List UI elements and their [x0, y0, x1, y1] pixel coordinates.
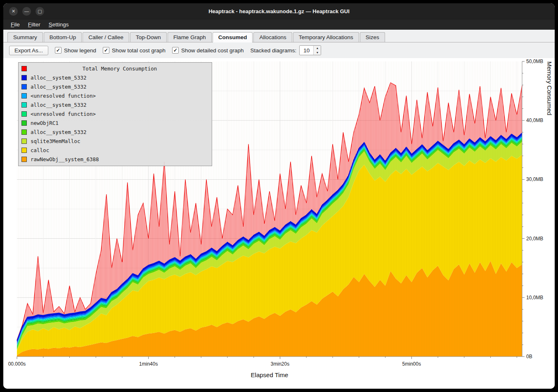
svg-text:10,0MB: 10,0MB: [526, 295, 543, 300]
legend-entry: alloc__system_5332: [21, 127, 209, 136]
legend-entry: sqlite3MemMalloc: [21, 136, 209, 146]
legend-label: rawNewObj__system_6388: [31, 156, 99, 162]
stacked-diagrams-label: Stacked diagrams:: [251, 47, 297, 54]
legend-swatch: [21, 66, 27, 71]
x-axis-title: Elapsed Time: [17, 371, 522, 378]
minimize-button[interactable]: —: [22, 7, 31, 16]
maximize-icon: ▢: [38, 9, 42, 14]
tab-consumed[interactable]: Consumed: [213, 32, 253, 42]
svg-text:30,0MB: 30,0MB: [526, 176, 543, 182]
tab-top-down[interactable]: Top-Down: [130, 32, 167, 42]
legend-label: newObjRC1: [31, 120, 59, 126]
tab-bottom-up[interactable]: Bottom-Up: [44, 32, 82, 42]
menu-settings[interactable]: Settings: [45, 20, 73, 29]
legend-swatch: [21, 129, 27, 135]
legend-label: sqlite3MemMalloc: [31, 138, 80, 144]
maximize-button[interactable]: ▢: [35, 7, 44, 16]
legend-label: alloc__system_5332: [31, 129, 86, 135]
chart-legend: Total Memory Consumption alloc__system_5…: [18, 62, 212, 166]
svg-text:20,0MB: 20,0MB: [526, 236, 543, 242]
legend-entry: <unresolved function>: [21, 109, 209, 118]
spin-down-button[interactable]: ▼: [314, 50, 321, 55]
show-total-cost-graph-checkbox[interactable]: Show total cost graph: [103, 47, 166, 54]
legend-entry: newObjRC1: [21, 118, 209, 127]
close-button[interactable]: ✕: [9, 7, 18, 16]
close-icon: ✕: [12, 9, 15, 14]
legend-entry: calloc: [21, 146, 209, 155]
menubar: File Filter Settings: [3, 19, 555, 30]
legend-label: calloc: [31, 147, 49, 153]
spin-up-button[interactable]: ▲: [314, 46, 321, 50]
legend-entry: alloc__system_5332: [21, 73, 209, 82]
tab-caller-callee[interactable]: Caller / Callee: [83, 32, 129, 42]
legend-swatch: [21, 75, 27, 80]
legend-entry: rawNewObj__system_6388: [21, 155, 209, 164]
memory-chart-area: 0B10,0MB20,0MB30,0MB40,0MB50,0MB00.000s1…: [3, 58, 555, 389]
tab-summary[interactable]: Summary: [7, 32, 43, 42]
legend-swatch: [21, 148, 27, 153]
legend-entry: alloc__system_5332: [21, 82, 209, 91]
svg-text:0B: 0B: [526, 354, 532, 359]
window-title: Heaptrack - heaptrack.wakunode.1.gz — He…: [208, 8, 350, 14]
legend-label: alloc__system_5332: [31, 84, 86, 90]
legend-label: <unresolved function>: [31, 93, 96, 99]
titlebar: ✕ — ▢ Heaptrack - heaptrack.wakunode.1.g…: [3, 3, 555, 19]
legend-label: <unresolved function>: [31, 111, 96, 117]
legend-label: alloc__system_5332: [31, 75, 86, 81]
y-axis-title: Memory Consumed: [546, 61, 553, 357]
menu-file[interactable]: File: [7, 20, 24, 29]
legend-entry: <unresolved function>: [21, 91, 209, 100]
checkbox-icon: [172, 47, 179, 54]
legend-swatch: [21, 138, 27, 144]
checkbox-label: Show legend: [64, 47, 96, 54]
legend-swatch: [21, 93, 27, 99]
legend-label: alloc__system_5332: [31, 102, 86, 108]
export-as-button[interactable]: Export As...: [9, 46, 48, 55]
legend-title-row: Total Memory Consumption: [21, 64, 209, 73]
legend-swatch: [21, 84, 27, 89]
legend-swatch: [21, 120, 27, 126]
legend-swatch: [21, 157, 27, 162]
legend-swatch: [21, 111, 27, 117]
tab-temporary-allocations[interactable]: Temporary Allocations: [293, 32, 359, 42]
svg-text:40,0MB: 40,0MB: [526, 117, 543, 123]
app-window: ✕ — ▢ Heaptrack - heaptrack.wakunode.1.g…: [3, 3, 555, 389]
checkbox-label: Show total cost graph: [112, 47, 166, 54]
svg-text:1min40s: 1min40s: [139, 361, 158, 367]
tab-bar: Summary Bottom-Up Caller / Callee Top-Do…: [3, 30, 555, 42]
svg-text:00.000s: 00.000s: [8, 361, 26, 367]
stacked-diagrams-spinner[interactable]: 10 ▲ ▼: [299, 45, 321, 55]
checkbox-label: Show detailed cost graph: [181, 47, 244, 54]
legend-swatch: [21, 102, 27, 108]
svg-text:5min00s: 5min00s: [402, 361, 421, 367]
stacked-diagrams-value: 10: [300, 46, 313, 55]
minimize-icon: —: [24, 9, 29, 14]
legend-title: Total Memory Consumption: [31, 66, 209, 72]
menu-filter[interactable]: Filter: [24, 20, 45, 29]
svg-text:3min20s: 3min20s: [271, 361, 289, 367]
tab-allocations[interactable]: Allocations: [253, 32, 292, 42]
legend-entry: alloc__system_5332: [21, 100, 209, 109]
show-legend-checkbox[interactable]: Show legend: [55, 47, 96, 54]
checkbox-icon: [55, 47, 61, 54]
tab-sizes[interactable]: Sizes: [360, 32, 385, 42]
toolbar: Export As... Show legend Show total cost…: [3, 42, 555, 58]
tab-flame-graph[interactable]: Flame Graph: [168, 32, 212, 42]
show-detailed-cost-graph-checkbox[interactable]: Show detailed cost graph: [172, 47, 244, 54]
svg-text:50,0MB: 50,0MB: [526, 59, 543, 64]
checkbox-icon: [103, 47, 109, 54]
